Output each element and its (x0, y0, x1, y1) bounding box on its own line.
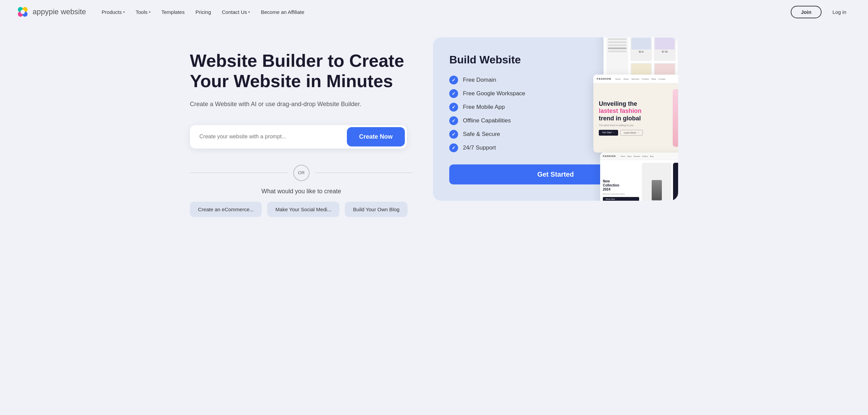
or-section: OR What would you like to create Create … (190, 165, 413, 217)
hero-right: Build Website Free Domain Free Google Wo… (433, 37, 678, 214)
what-create-label: What would you like to create (190, 188, 413, 195)
logo-text: appypie website (33, 7, 86, 16)
logo-icon (16, 5, 29, 18)
search-bar: Create Now (190, 125, 407, 149)
chip-social[interactable]: Make Your Social Medi... (267, 202, 339, 217)
hero-subtitle: Create a Website with AI or use drag-and… (190, 100, 387, 109)
check-icon-mobile (449, 103, 458, 112)
feature-item-secure: Safe & Secure (449, 130, 662, 139)
check-icon-secure (449, 130, 458, 139)
divider-line-left (190, 173, 288, 173)
feature-item-workspace: Free Google Workspace (449, 89, 662, 98)
navbar: appypie website Products ▾ Tools ▾ Templ… (0, 0, 868, 24)
check-icon-workspace (449, 89, 458, 98)
feature-item-support: 24/7 Support (449, 143, 662, 152)
hero-title: Website Builder to Create Your Website i… (190, 51, 413, 92)
divider-line-right (315, 173, 413, 173)
chevron-down-icon: ▾ (248, 10, 250, 14)
join-button[interactable]: Join (791, 6, 822, 18)
check-icon-domain (449, 76, 458, 84)
feature-item-domain: Free Domain (449, 76, 662, 84)
check-icon-offline (449, 116, 458, 125)
hero-left: Website Builder to Create Your Website i… (190, 37, 413, 217)
feature-list: Free Domain Free Google Workspace Free M… (449, 76, 662, 152)
chevron-down-icon: ▾ (123, 10, 125, 14)
nav-item-affiliate[interactable]: Become an Affiliate (256, 6, 309, 18)
svg-point-4 (20, 9, 25, 14)
nav-item-pricing[interactable]: Pricing (191, 6, 216, 18)
chevron-down-icon: ▾ (149, 10, 151, 14)
build-card: Build Website Free Domain Free Google Wo… (433, 37, 678, 201)
feature-item-offline: Offline Capabilities (449, 116, 662, 125)
create-now-button[interactable]: Create Now (347, 127, 405, 146)
or-label: OR (293, 165, 310, 181)
get-started-button[interactable]: Get Started (449, 164, 662, 184)
nav-links: Products ▾ Tools ▾ Templates Pricing Con… (97, 6, 309, 18)
chip-blog[interactable]: Build Your Own Blog (345, 202, 408, 217)
nav-item-templates[interactable]: Templates (157, 6, 189, 18)
navbar-left: appypie website Products ▾ Tools ▾ Templ… (16, 5, 309, 18)
or-divider: OR (190, 165, 413, 181)
check-icon-support (449, 143, 458, 152)
nav-item-products[interactable]: Products ▾ (97, 6, 130, 18)
hero-section: Website Builder to Create Your Website i… (163, 24, 705, 237)
chip-ecommerce[interactable]: Create an eCommerce... (190, 202, 262, 217)
nav-item-contact[interactable]: Contact Us ▾ (217, 6, 255, 18)
logo[interactable]: appypie website (16, 5, 86, 18)
login-button[interactable]: Log in (827, 6, 852, 18)
navbar-right: Join Log in (791, 6, 852, 18)
suggestion-chips: Create an eCommerce... Make Your Social … (190, 202, 413, 217)
feature-item-mobile: Free Mobile App (449, 103, 662, 112)
search-input[interactable] (190, 126, 345, 147)
nav-item-tools[interactable]: Tools ▾ (131, 6, 155, 18)
build-card-title: Build Website (449, 54, 662, 66)
